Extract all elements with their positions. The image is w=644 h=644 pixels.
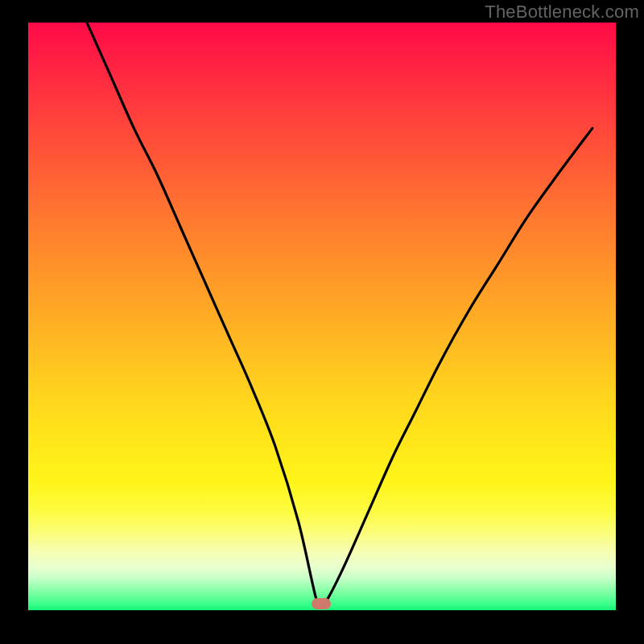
bottleneck-curve [28, 23, 616, 610]
watermark-text: TheBottleneck.com [485, 2, 639, 23]
optimum-marker [312, 598, 331, 609]
chart-frame: TheBottleneck.com [0, 0, 644, 644]
plot-area [28, 23, 616, 610]
